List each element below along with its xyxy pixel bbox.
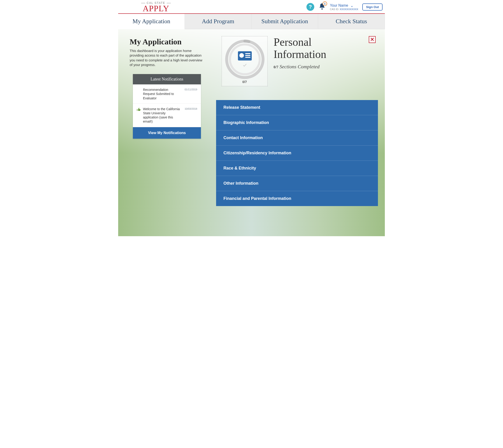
view-notifications-button[interactable]: View My Notifications [133,127,201,139]
personal-info-icon [238,51,252,61]
notifications-header: Latest Notifications [133,74,201,84]
thumbs-up-icon [137,107,141,112]
tab-submit-application[interactable]: Submit Application [252,14,318,29]
tab-my-application[interactable]: My Application [118,14,185,29]
check-icon [243,63,247,67]
section-biographic-information[interactable]: Biographic Information [216,115,378,130]
close-panel-button[interactable]: ✕ [369,36,376,43]
page-title: My Application [130,37,208,46]
notification-date: 10/03/2018 [185,107,197,124]
top-bar: CAL STATE APPLY ? 1 Your Name ⌄ CAS ID: … [118,0,385,13]
section-race-ethnicity[interactable]: Race & Ethnicity [216,161,378,176]
main-tabs: My Application Add Program Submit Applic… [118,14,385,29]
logo[interactable]: CAL STATE APPLY [141,1,171,12]
logo-bottom-text: APPLY [143,5,169,12]
notification-date: 01/11/2019 [185,88,197,100]
left-column: My Application This dashboard is your ap… [130,36,208,206]
notification-count-badge: 1 [323,1,327,6]
user-menu[interactable]: Your Name ⌄ [330,3,358,8]
sections-completed-line: 0/7 Sections Completed [274,64,326,70]
cas-id-label: CAS ID: [330,8,339,11]
notification-text: Welcome to the California State Universi… [143,107,182,124]
sections-count: 0/7 [274,65,278,69]
notifications-bell[interactable]: 1 [318,3,326,11]
notification-item[interactable]: Recommendation Request Submitted to Eval… [133,84,201,104]
panel-header: 0/7 Personal Information 0/7 Sections Co… [222,36,378,86]
notification-text: Recommendation Request Submitted to Eval… [143,88,182,100]
user-name-text: Your Name [330,3,348,8]
cas-id-line: CAS ID: XXXXXXXXXXX [330,8,358,11]
page-description: This dashboard is your application home … [130,48,205,67]
right-column: ✕ [222,36,378,206]
tab-check-status[interactable]: Check Status [318,14,385,29]
section-release-statement[interactable]: Release Statement [216,100,378,115]
sections-text: Sections Completed [280,64,320,69]
section-other-information[interactable]: Other Information [216,176,378,191]
section-citizenship-residency[interactable]: Citizenship/Residency Information [216,145,378,161]
tab-add-program[interactable]: Add Program [185,14,252,29]
notification-item[interactable]: Welcome to the California State Universi… [133,104,201,127]
cas-id-value: XXXXXXXXXXX [340,8,358,11]
sign-out-button[interactable]: Sign Out [362,3,382,11]
notifications-card: Latest Notifications Recommendation Requ… [133,74,201,138]
section-list: Release Statement Biographic Information… [216,100,378,206]
help-icon[interactable]: ? [306,3,314,11]
progress-label: 0/7 [224,80,265,84]
chevron-down-icon: ⌄ [350,3,353,8]
panel-title: Personal Information [274,36,326,61]
section-contact-information[interactable]: Contact Information [216,130,378,145]
bell-icon [318,7,326,11]
section-financial-parental[interactable]: Financial and Parental Information [216,191,378,206]
progress-box[interactable]: 0/7 [222,36,267,86]
